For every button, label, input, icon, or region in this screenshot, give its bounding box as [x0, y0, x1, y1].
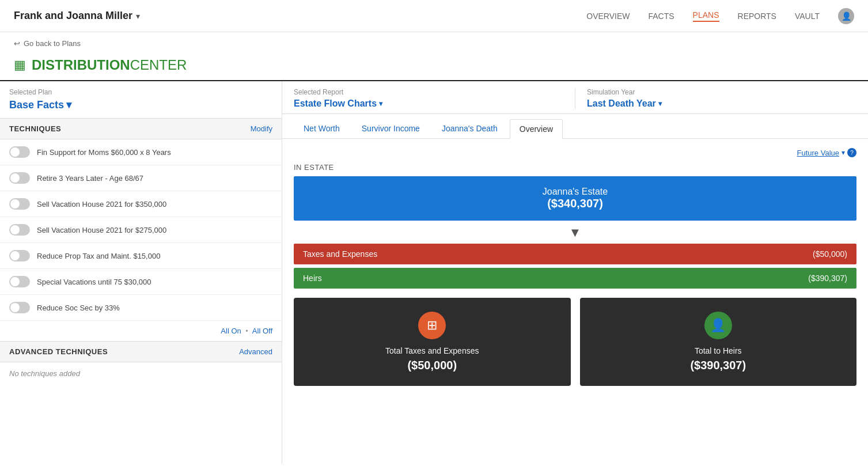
- toggle-sell-vacation-275[interactable]: [9, 224, 30, 236]
- techniques-header: TECHNIQUES Modify: [0, 118, 282, 139]
- estate-bar: Joanna's Estate ($340,307): [294, 176, 856, 221]
- selected-plan-value: Base Facts ▾: [0, 97, 282, 118]
- nav-links: OVERVIEW FACTS PLANS REPORTS VAULT 👤: [586, 8, 854, 24]
- summary-card-heirs: 👤 Total to Heirs ($390,307): [580, 298, 857, 386]
- toggle-special-vacations[interactable]: [9, 276, 30, 287]
- breadcrumb: ↩ Go back to Plans: [0, 32, 868, 55]
- estate-flow-charts-value: Estate Flow Charts: [294, 98, 377, 109]
- technique-item: Sell Vacation House 2021 for $350,000: [0, 191, 282, 217]
- selected-plan-label: Selected Plan: [0, 81, 282, 97]
- advanced-techniques-header: ADVANCED TECHNIQUES Advanced: [0, 341, 282, 362]
- tab-overview[interactable]: Overview: [510, 119, 563, 139]
- technique-label: Fin Support for Moms $60,000 x 8 Years: [37, 148, 171, 157]
- client-dropdown-arrow[interactable]: ▾: [136, 12, 140, 21]
- report-dropdown-arrow[interactable]: ▾: [379, 100, 382, 108]
- technique-item: Reduce Soc Sec by 33%: [0, 295, 282, 321]
- summary-cards-row: ⊞ Total Taxes and Expenses ($50,000) 👤 T…: [294, 298, 856, 386]
- toggle-soc-sec[interactable]: [9, 302, 30, 313]
- taxes-card-icon: ⊞: [418, 312, 446, 339]
- taxes-card-title: Total Taxes and Expenses: [303, 346, 562, 355]
- left-panel: Selected Plan Base Facts ▾ TECHNIQUES Mo…: [0, 81, 282, 464]
- report-section: Selected Report Estate Flow Charts ▾: [294, 88, 563, 109]
- techniques-title: TECHNIQUES: [9, 124, 61, 133]
- page-title-bold: DISTRIBUTION: [32, 57, 130, 73]
- split-row: Taxes and Expenses ($50,000) Heirs ($390…: [294, 244, 856, 289]
- all-on-off-row: All On • All Off: [0, 321, 282, 341]
- page-title: DISTRIBUTIONCENTER: [32, 57, 187, 73]
- last-death-year-value: Last Death Year: [587, 98, 656, 109]
- estate-amount: ($340,307): [305, 197, 845, 210]
- toggle-retire-later[interactable]: [9, 172, 30, 184]
- no-techniques-text: No techniques added: [0, 362, 282, 385]
- technique-item: Fin Support for Moms $60,000 x 8 Years: [0, 139, 282, 165]
- heirs-amount: ($390,307): [808, 274, 847, 283]
- sim-year-dropdown-arrow[interactable]: ▾: [658, 100, 662, 108]
- modify-link[interactable]: Modify: [251, 124, 272, 133]
- down-arrow-row: ▼: [294, 225, 856, 240]
- nav-vault[interactable]: VAULT: [795, 12, 820, 21]
- advanced-link[interactable]: Advanced: [239, 347, 272, 356]
- taxes-bar: Taxes and Expenses ($50,000): [294, 244, 856, 264]
- tab-joannas-death[interactable]: Joanna's Death: [432, 119, 507, 138]
- nav-plans[interactable]: PLANS: [693, 10, 719, 22]
- technique-label: Retire 3 Years Later - Age 68/67: [37, 174, 143, 183]
- card-taxes: ⊞ Total Taxes and Expenses ($50,000): [294, 298, 571, 386]
- technique-label: Special Vacations until 75 $30,000: [37, 278, 151, 286]
- heirs-bar: Heirs ($390,307): [294, 268, 856, 289]
- future-value-arrow[interactable]: ▾: [842, 149, 845, 157]
- technique-label: Sell Vacation House 2021 for $350,000: [37, 200, 166, 209]
- technique-label: Sell Vacation House 2021 for $275,000: [37, 226, 166, 234]
- page-header: ▦ DISTRIBUTIONCENTER: [0, 55, 868, 81]
- heirs-label: Heirs: [303, 274, 322, 283]
- right-split: Taxes and Expenses ($50,000) Heirs ($390…: [294, 244, 856, 289]
- tab-survivor-income[interactable]: Survivor Income: [352, 119, 430, 138]
- report-divider: [575, 88, 575, 109]
- nav-brand: Frank and Joanna Miller ▾: [14, 10, 140, 22]
- heirs-card-amount: ($390,307): [589, 359, 848, 372]
- summary-card-taxes: ⊞ Total Taxes and Expenses ($50,000): [294, 298, 571, 386]
- taxes-amount: ($50,000): [813, 249, 847, 259]
- tab-net-worth[interactable]: Net Worth: [294, 119, 350, 138]
- tab-row: Net Worth Survivor Income Joanna's Death…: [282, 114, 868, 139]
- distribution-icon: ▦: [14, 58, 26, 73]
- report-selector-row: Selected Report Estate Flow Charts ▾ Sim…: [282, 81, 868, 114]
- toggle-sell-vacation-350[interactable]: [9, 198, 30, 210]
- future-value-link[interactable]: Future Value: [797, 149, 839, 157]
- toggle-prop-tax[interactable]: [9, 250, 30, 261]
- base-facts-dropdown-arrow[interactable]: ▾: [66, 98, 71, 111]
- toggle-fin-support[interactable]: [9, 146, 30, 158]
- nav-overview[interactable]: OVERVIEW: [586, 12, 630, 21]
- technique-item: Sell Vacation House 2021 for $275,000: [0, 217, 282, 243]
- estate-name: Joanna's Estate: [305, 187, 845, 197]
- all-off-link[interactable]: All Off: [252, 327, 272, 335]
- all-on-link[interactable]: All On: [221, 327, 241, 335]
- advanced-title: ADVANCED TECHNIQUES: [9, 347, 108, 356]
- nav-facts[interactable]: FACTS: [648, 12, 674, 21]
- technique-label: Reduce Soc Sec by 33%: [37, 304, 120, 312]
- heirs-card-icon: 👤: [704, 312, 732, 339]
- technique-item: Reduce Prop Tax and Maint. $15,000: [0, 243, 282, 269]
- base-facts-value: Base Facts: [9, 99, 64, 111]
- simulation-year-label: Simulation Year: [587, 88, 856, 96]
- card-heirs: 👤 Total to Heirs ($390,307): [580, 298, 857, 386]
- main-layout: Selected Plan Base Facts ▾ TECHNIQUES Mo…: [0, 81, 868, 464]
- technique-item: Retire 3 Years Later - Age 68/67: [0, 165, 282, 191]
- separator: •: [245, 327, 248, 335]
- sim-section: Simulation Year Last Death Year ▾: [587, 88, 856, 109]
- help-icon[interactable]: ?: [847, 148, 856, 157]
- back-arrow-icon: ↩: [14, 39, 20, 48]
- down-arrow-icon: ▼: [569, 225, 582, 240]
- nav-reports[interactable]: REPORTS: [738, 12, 776, 21]
- back-to-plans-link[interactable]: Go back to Plans: [24, 39, 81, 48]
- in-estate-label: IN ESTATE: [294, 163, 856, 172]
- taxes-label: Taxes and Expenses: [303, 249, 377, 259]
- user-avatar[interactable]: 👤: [838, 8, 854, 24]
- top-nav: Frank and Joanna Miller ▾ OVERVIEW FACTS…: [0, 0, 868, 32]
- client-name: Frank and Joanna Miller: [14, 10, 132, 22]
- technique-item: Special Vacations until 75 $30,000: [0, 269, 282, 295]
- heirs-card-title: Total to Heirs: [589, 346, 848, 355]
- taxes-card-amount: ($50,000): [303, 359, 562, 372]
- selected-report-label: Selected Report: [294, 88, 563, 96]
- technique-label: Reduce Prop Tax and Maint. $15,000: [37, 252, 160, 260]
- content-area: Future Value ▾ ? IN ESTATE Joanna's Esta…: [282, 139, 868, 464]
